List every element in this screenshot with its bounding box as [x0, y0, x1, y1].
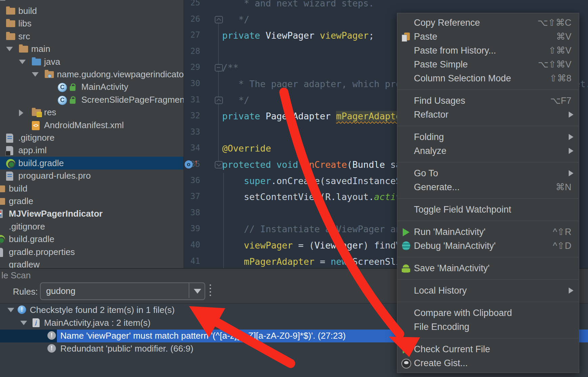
menu-item-label: Compare with Clipboard: [414, 308, 512, 318]
menu-separator: [398, 162, 579, 162]
chevron-expanded-icon[interactable]: [7, 308, 14, 312]
tree-item-gitignore[interactable]: .gitignore: [0, 131, 184, 144]
android-robot-icon: [401, 264, 411, 273]
rules-combobox[interactable]: gudong: [40, 282, 205, 300]
menu-item-copy-reference[interactable]: Copy Reference⌥⇧⌘C: [397, 16, 579, 30]
paste-clipboard-icon: [401, 32, 411, 41]
result-message: Name 'viewPager' must match pattern '(^[…: [60, 331, 346, 341]
tree-item-name-gudong-viewpagerindicato[interactable]: name.gudong.viewpagerindicato: [0, 68, 184, 81]
line-number: 27: [185, 30, 200, 40]
warning-icon: !: [47, 344, 56, 353]
debug-bug-icon: [402, 241, 410, 250]
line-number: 41: [185, 256, 200, 266]
menu-item-paste-simple[interactable]: Paste Simple⌥⇧⌘V: [397, 58, 579, 72]
tree-item-label: res: [44, 107, 56, 118]
menu-item-shortcut: ⌥⇧⌘V: [538, 58, 571, 72]
chevron-expanded-icon[interactable]: [32, 72, 39, 77]
folder-icon: [6, 20, 15, 27]
tree-item-build[interactable]: build: [0, 4, 184, 17]
menu-separator: [398, 198, 579, 199]
tree-item-label: MainActivity: [81, 82, 128, 92]
menu-item-generate[interactable]: Generate...⌘N: [397, 180, 579, 194]
menu-item-toggle-field-watchpoint[interactable]: Toggle Field Watchpoint: [397, 203, 579, 217]
debug-bug-icon: [401, 241, 411, 251]
tree-item-label: build.gradle: [9, 234, 54, 244]
menu-item-debug-mainactivity[interactable]: Debug 'MainActivity'^⇧D: [397, 239, 579, 253]
menu-item-create-gist[interactable]: Create Gist...: [397, 356, 579, 370]
github-octocat-icon: [401, 359, 411, 368]
tree-item-gradle[interactable]: gradle: [0, 195, 184, 207]
tree-item-src[interactable]: src: [0, 30, 184, 43]
menu-item-paste[interactable]: Paste⌘V: [397, 30, 579, 44]
tree-item-app[interactable]: app: [0, 0, 184, 5]
menu-item-label: File Encoding: [414, 322, 469, 332]
line-number: 31: [185, 95, 200, 104]
menu-item-paste-from-history[interactable]: Paste from History...⇧⌘V: [397, 44, 579, 58]
chevron-expanded-icon[interactable]: [19, 60, 26, 64]
tree-item-gradle-properties[interactable]: gradle.properties: [0, 245, 184, 258]
project-tree-panel[interactable]: appbuildlibssrcmainjavaname.gudong.viewp…: [0, 0, 184, 268]
menu-item-go-to[interactable]: Go To: [397, 166, 579, 180]
line-number: 26: [185, 14, 200, 24]
menu-item-label: Run 'MainActivity': [414, 227, 485, 237]
menu-item-check-current-file[interactable]: Check Current File: [397, 342, 579, 356]
class-icon: C: [58, 96, 67, 105]
tree-item-screenslidepagefragment[interactable]: CScreenSlidePageFragment: [0, 93, 184, 106]
menu-item-label: Refactor: [414, 110, 448, 120]
menu-item-label: Save 'MainActivity': [414, 263, 489, 273]
submenu-arrow-icon: [569, 134, 573, 140]
menu-item-label: Create Gist...: [414, 358, 468, 368]
menu-item-shortcut: ⇧⌘V: [548, 44, 571, 58]
code-text: /**: [201, 61, 238, 75]
tree-item-build[interactable]: build: [0, 182, 184, 195]
line-number: 29: [185, 62, 200, 72]
tree-item-mainactivity[interactable]: CMainActivity: [0, 80, 184, 93]
menu-item-save-mainactivity[interactable]: Save 'MainActivity': [397, 261, 579, 275]
tree-item-libs[interactable]: libs: [0, 17, 184, 30]
menu-item-refactor[interactable]: Refactor: [397, 108, 579, 122]
menu-item-shortcut: ⇧⌘8: [549, 72, 571, 85]
chevron-collapsed-icon[interactable]: [19, 110, 23, 116]
menu-item-column-selection-mode[interactable]: Column Selection Mode⇧⌘8: [397, 72, 579, 85]
override-method-icon[interactable]: o: [185, 160, 193, 168]
folder-icon: [6, 33, 15, 40]
menu-item-local-history[interactable]: Local History: [397, 284, 579, 298]
menu-item-label: Paste Simple: [414, 59, 468, 70]
menu-separator: [398, 338, 579, 338]
menu-item-run-mainactivity[interactable]: Run 'MainActivity'^⇧R: [397, 225, 579, 239]
menu-item-find-usages[interactable]: Find Usages⌥F7: [397, 94, 579, 108]
file-icon: [6, 172, 13, 181]
tree-item-gradlew[interactable]: gradlew: [0, 258, 184, 268]
tree-item-res[interactable]: res: [0, 106, 184, 119]
tree-item-label: name.gudong.viewpagerindicato: [57, 69, 184, 80]
tree-item-label: gradlew: [9, 259, 40, 268]
chevron-down-icon[interactable]: [194, 289, 201, 294]
filegreen-icon: [0, 248, 3, 257]
tree-item-main[interactable]: main: [0, 42, 184, 55]
menu-item-label: Check Current File: [414, 344, 490, 354]
tree-item-androidmanifest-xml[interactable]: <>AndroidManifest.xml: [0, 119, 184, 132]
tree-item-proguard-rules-pro[interactable]: proguard-rules.pro: [0, 169, 184, 182]
menu-item-label: Column Selection Mode: [414, 73, 511, 83]
menu-separator: [398, 221, 579, 221]
menu-item-file-encoding[interactable]: File Encoding: [397, 320, 579, 334]
menu-item-analyze[interactable]: Analyze: [397, 144, 579, 158]
menu-item-compare-with-clipboard[interactable]: Compare with Clipboard: [397, 306, 579, 320]
chevron-expanded-icon[interactable]: [20, 321, 27, 325]
line-number: 28: [185, 46, 200, 56]
tree-item-build-gradle[interactable]: build.gradle: [0, 233, 184, 245]
tree-item-build-gradle[interactable]: build.gradle: [0, 157, 184, 170]
menu-separator: [398, 302, 579, 302]
tree-item-mjviewpagerindicator[interactable]: MJViewPagerIndicator: [0, 207, 184, 220]
menu-item-folding[interactable]: Folding: [397, 130, 579, 144]
tree-item-java[interactable]: java: [0, 55, 184, 68]
line-number: 37: [185, 192, 200, 201]
submenu-arrow-icon: [569, 112, 573, 118]
github-octocat-icon: [401, 359, 411, 369]
tree-item-label: build.gradle: [18, 158, 64, 168]
tree-item-app-iml[interactable]: app.iml: [0, 144, 184, 157]
chevron-expanded-icon[interactable]: [6, 47, 13, 51]
toolbar-drag-handle[interactable]: [210, 284, 211, 298]
run-play-icon: [403, 228, 410, 236]
tree-item-gitignore[interactable]: .gitignore: [0, 220, 184, 233]
